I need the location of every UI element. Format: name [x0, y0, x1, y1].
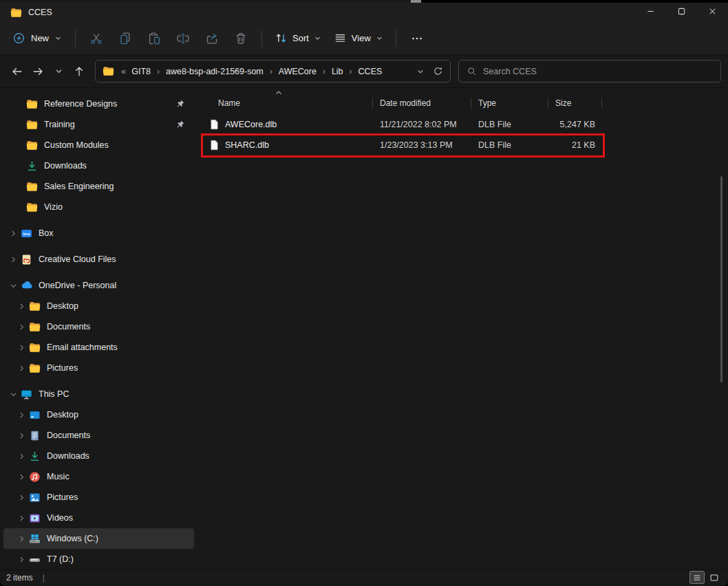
- details-view-button[interactable]: [689, 571, 705, 584]
- chevron-right-icon[interactable]: [17, 513, 27, 523]
- folder-icon: [29, 362, 41, 374]
- more-options-button[interactable]: [403, 26, 431, 51]
- sidebar-item-creative-cloud-files[interactable]: Creative Cloud Files: [3, 249, 194, 270]
- sidebar-item-desktop[interactable]: Desktop: [3, 296, 194, 316]
- documents-icon: [29, 430, 41, 442]
- sort-button[interactable]: Sort: [268, 27, 328, 50]
- sidebar-item-downloads[interactable]: Downloads: [3, 155, 194, 176]
- sidebar-item-t7-d[interactable]: T7 (D:): [3, 549, 194, 569]
- column-headers: NameDate modifiedTypeSize: [203, 95, 728, 111]
- sidebar-item-this-pc[interactable]: This PC: [3, 384, 194, 404]
- breadcrumb-separator: ›: [347, 67, 354, 76]
- delete-button[interactable]: [226, 26, 255, 51]
- toolbar-separator: [396, 30, 396, 47]
- chevron-right-icon[interactable]: [17, 492, 27, 503]
- breadcrumb-overflow[interactable]: «: [121, 66, 126, 76]
- column-header-label: Type: [478, 98, 496, 108]
- arrow-back-icon: [11, 65, 23, 78]
- paste-button[interactable]: [140, 26, 169, 51]
- column-header-size[interactable]: Size: [548, 97, 602, 109]
- chevron-down-small-icon[interactable]: [416, 67, 425, 76]
- copy-icon: [118, 32, 132, 45]
- file-row-sharc-dlb[interactable]: SHARC.dlb 1/23/2023 3:13 PM DLB File 21 …: [203, 135, 602, 155]
- file-icon: [208, 140, 220, 151]
- minimize-button[interactable]: [635, 3, 666, 22]
- column-header-label: Name: [218, 98, 240, 108]
- column-header-date-modified[interactable]: Date modified: [373, 97, 471, 109]
- breadcrumb-separator: ›: [321, 67, 328, 76]
- sidebar-item-reference-designs[interactable]: Reference Designs: [3, 94, 194, 114]
- breadcrumb: GIT8›awe8-bsp-adi-21569-som›AWECore›Lib›…: [127, 65, 386, 78]
- breadcrumb-item-cces[interactable]: CCES: [354, 65, 387, 78]
- chevron-right-icon[interactable]: [17, 451, 27, 462]
- chevron-right-icon[interactable]: [17, 472, 27, 482]
- content-area: Reference Designs Training Custom Module…: [0, 88, 728, 569]
- breadcrumb-item-awecore[interactable]: AWECore: [275, 65, 321, 78]
- sidebar-item-videos[interactable]: Videos: [3, 508, 194, 528]
- file-row-awecore-dlb[interactable]: AWECore.dlb 11/21/2022 8:02 PM DLB File …: [203, 114, 602, 135]
- column-header-type[interactable]: Type: [471, 97, 548, 109]
- chevron-down-icon[interactable]: [8, 389, 19, 400]
- file-size: 5,247 KB: [548, 120, 602, 129]
- chevron-right-icon[interactable]: [17, 554, 27, 565]
- file-size: 21 KB: [548, 140, 602, 150]
- chevron-right-icon[interactable]: [8, 254, 19, 265]
- sidebar-item-vizio[interactable]: Vizio: [3, 197, 194, 217]
- onedrive-icon: [21, 280, 32, 292]
- maximize-icon: [676, 6, 687, 19]
- sidebar-item-windows-c[interactable]: Windows (C:): [3, 528, 194, 549]
- sidebar-item-documents[interactable]: Documents: [3, 316, 194, 337]
- address-bar[interactable]: « GIT8›awe8-bsp-adi-21569-som›AWECore›Li…: [95, 60, 451, 83]
- sidebar-item-onedrive-personal[interactable]: OneDrive - Personal: [3, 275, 194, 296]
- search-input[interactable]: [483, 67, 713, 76]
- sidebar-item-documents[interactable]: Documents: [3, 425, 194, 446]
- cut-button[interactable]: [82, 26, 111, 51]
- new-button-label: New: [31, 33, 49, 43]
- chevron-right-icon[interactable]: [17, 363, 27, 373]
- breadcrumb-item-lib[interactable]: Lib: [328, 65, 347, 78]
- sidebar-item-music[interactable]: Music: [3, 466, 194, 487]
- column-header-name[interactable]: Name: [203, 97, 373, 109]
- file-date-modified: 11/21/2022 8:02 PM: [373, 120, 471, 129]
- recent-locations-button[interactable]: [48, 61, 69, 82]
- back-button[interactable]: [7, 61, 28, 82]
- sidebar-item-pictures[interactable]: Pictures: [3, 487, 194, 508]
- forward-button[interactable]: [28, 61, 48, 82]
- sort-button-label: Sort: [292, 33, 309, 43]
- new-button[interactable]: New: [7, 27, 69, 50]
- sidebar-item-pictures[interactable]: Pictures: [3, 358, 194, 378]
- chevron-right-icon[interactable]: [17, 301, 27, 312]
- chevron-right-icon[interactable]: [17, 322, 27, 332]
- breadcrumb-item-awe8-bsp-adi-21569-som[interactable]: awe8-bsp-adi-21569-som: [162, 65, 268, 78]
- rename-button[interactable]: [169, 26, 197, 51]
- breadcrumb-item-git8[interactable]: GIT8: [127, 65, 155, 78]
- folder-icon: [10, 7, 22, 19]
- sidebar-item-custom-modules[interactable]: Custom Modules: [3, 135, 194, 155]
- sidebar-item-sales-engineering[interactable]: Sales Engineering: [3, 176, 194, 197]
- copy-button[interactable]: [111, 26, 140, 51]
- maximize-button[interactable]: [666, 3, 697, 22]
- sidebar-item-box[interactable]: box Box: [3, 223, 194, 243]
- up-button[interactable]: [69, 61, 89, 82]
- chevron-down-icon[interactable]: [8, 281, 19, 291]
- sidebar-item-downloads[interactable]: Downloads: [3, 446, 194, 466]
- share-button[interactable]: [197, 26, 226, 51]
- caret-up-icon: [275, 89, 283, 97]
- close-button[interactable]: [697, 3, 728, 22]
- chevron-right-icon[interactable]: [8, 228, 19, 239]
- explorer-tab[interactable]: CCES: [0, 3, 52, 22]
- large-icons-view-button[interactable]: [707, 571, 722, 584]
- chevron-right-icon[interactable]: [17, 534, 27, 544]
- status-divider: |: [43, 573, 45, 583]
- sidebar-item-training[interactable]: Training: [3, 114, 194, 135]
- chevron-right-icon[interactable]: [17, 343, 27, 353]
- refresh-icon[interactable]: [433, 66, 443, 76]
- sidebar-item-desktop[interactable]: Desktop: [3, 404, 194, 425]
- chevron-right-icon[interactable]: [17, 431, 27, 441]
- sort-arrows-icon: [275, 32, 288, 45]
- view-button[interactable]: View: [328, 27, 389, 50]
- sidebar-item-email-attachments[interactable]: Email attachments: [3, 337, 194, 358]
- music-icon: [29, 471, 41, 483]
- chevron-right-icon[interactable]: [17, 410, 27, 420]
- arrow-up-icon: [73, 65, 85, 78]
